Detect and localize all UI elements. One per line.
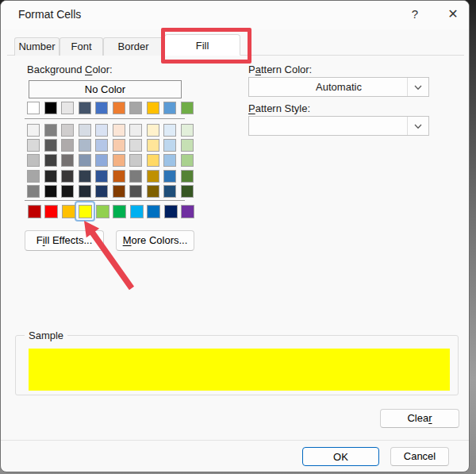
variant-color-row	[27, 139, 194, 152]
color-swatch[interactable]	[163, 124, 176, 137]
format-cells-dialog: Format Cells ? ✕ Number Font Border Fill…	[0, 0, 470, 472]
color-swatch[interactable]	[95, 102, 108, 114]
color-swatch[interactable]	[44, 185, 57, 198]
color-swatch[interactable]	[61, 139, 74, 152]
color-swatch[interactable]	[163, 102, 176, 114]
variant-color-row	[27, 124, 194, 137]
color-swatch[interactable]	[79, 185, 91, 198]
color-swatch[interactable]	[163, 154, 176, 167]
color-swatch[interactable]	[44, 139, 57, 152]
color-swatch[interactable]	[147, 139, 159, 152]
color-swatch[interactable]	[181, 124, 194, 137]
no-color-button[interactable]: No Color	[29, 80, 182, 98]
pattern-color-label: Pattern Color:	[248, 64, 312, 75]
color-swatch[interactable]	[147, 170, 159, 183]
chevron-down-icon[interactable]	[407, 78, 428, 96]
color-swatch[interactable]	[147, 124, 159, 137]
color-swatch[interactable]	[147, 185, 159, 198]
color-swatch[interactable]	[95, 124, 108, 137]
color-swatch[interactable]	[181, 205, 194, 218]
color-swatch[interactable]	[181, 170, 194, 183]
color-swatch[interactable]	[129, 154, 142, 167]
color-swatch[interactable]	[61, 154, 74, 167]
color-swatch[interactable]	[44, 205, 58, 218]
color-swatch[interactable]	[129, 139, 142, 152]
palette-divider-bottom	[25, 200, 185, 201]
ok-button[interactable]: OK	[302, 447, 379, 466]
color-swatch[interactable]	[27, 185, 40, 198]
footer-divider	[1, 440, 470, 441]
pattern-style-dropdown[interactable]	[248, 116, 429, 136]
pattern-style-label: Pattern Style:	[248, 102, 310, 114]
variant-color-row	[27, 170, 194, 183]
color-swatch[interactable]	[61, 185, 74, 198]
variant-color-row	[27, 154, 194, 167]
color-swatch[interactable]	[44, 154, 57, 167]
color-swatch[interactable]	[181, 185, 194, 198]
tab-fill[interactable]: Fill	[164, 34, 240, 56]
color-swatch[interactable]	[27, 170, 40, 183]
color-swatch[interactable]	[62, 205, 75, 218]
color-swatch[interactable]	[130, 205, 144, 218]
color-swatch[interactable]	[27, 102, 40, 114]
pattern-color-dropdown[interactable]: Automatic	[248, 77, 429, 97]
color-swatch[interactable]	[44, 124, 57, 137]
color-swatch[interactable]	[181, 154, 194, 167]
clear-button[interactable]: Clear	[380, 409, 459, 428]
color-swatch[interactable]	[129, 185, 142, 198]
variant-color-row	[27, 185, 194, 198]
color-swatch[interactable]	[147, 154, 159, 167]
color-swatch[interactable]	[95, 154, 108, 167]
color-swatch[interactable]	[129, 170, 142, 183]
color-swatch[interactable]	[147, 205, 160, 218]
color-swatch[interactable]	[44, 170, 57, 183]
more-colors-button[interactable]: More Colors...	[116, 230, 194, 251]
color-swatch[interactable]	[79, 102, 91, 114]
color-swatch[interactable]	[61, 170, 74, 183]
color-swatch[interactable]	[95, 170, 108, 183]
color-swatch[interactable]	[27, 124, 40, 137]
color-swatch[interactable]	[44, 102, 57, 114]
color-swatch[interactable]	[163, 185, 176, 198]
color-swatch[interactable]	[61, 102, 74, 114]
color-swatch[interactable]	[129, 102, 142, 114]
chevron-down-icon[interactable]	[407, 117, 428, 135]
color-swatch[interactable]	[181, 102, 194, 114]
sample-group: Sample	[15, 335, 459, 395]
tab-border[interactable]: Border	[103, 37, 163, 56]
color-swatch[interactable]	[164, 205, 178, 218]
color-swatch[interactable]	[95, 139, 108, 152]
color-swatch[interactable]	[96, 205, 109, 218]
color-swatch[interactable]	[27, 139, 40, 152]
color-swatch[interactable]	[113, 205, 126, 218]
color-swatch[interactable]	[113, 124, 125, 137]
color-swatch[interactable]	[113, 185, 125, 198]
close-icon[interactable]: ✕	[441, 4, 465, 25]
color-swatch[interactable]	[113, 139, 125, 152]
color-swatch[interactable]	[163, 139, 176, 152]
color-swatch[interactable]	[27, 154, 40, 167]
color-swatch[interactable]	[79, 205, 92, 218]
background-color-label: Background Color:	[27, 64, 113, 75]
color-swatch[interactable]	[79, 154, 91, 167]
color-swatch[interactable]	[147, 102, 159, 114]
color-swatch[interactable]	[79, 124, 91, 137]
color-swatch[interactable]	[113, 102, 125, 114]
tab-number[interactable]: Number	[14, 37, 60, 56]
color-swatch[interactable]	[113, 170, 125, 183]
color-swatch[interactable]	[163, 170, 176, 183]
palette-divider-top	[25, 118, 185, 119]
color-swatch[interactable]	[129, 124, 142, 137]
color-swatch[interactable]	[113, 154, 125, 167]
color-swatch[interactable]	[95, 185, 108, 198]
color-swatch[interactable]	[79, 170, 91, 183]
fill-effects-button[interactable]: Fill Effects...	[25, 230, 104, 251]
color-swatch[interactable]	[79, 139, 91, 152]
color-swatch[interactable]	[28, 205, 41, 218]
color-swatch[interactable]	[61, 124, 74, 137]
color-swatch[interactable]	[181, 139, 194, 152]
tab-font[interactable]: Font	[60, 37, 103, 56]
cancel-button[interactable]: Cancel	[390, 447, 449, 466]
help-icon[interactable]: ?	[403, 4, 427, 25]
standard-color-row	[28, 205, 195, 218]
